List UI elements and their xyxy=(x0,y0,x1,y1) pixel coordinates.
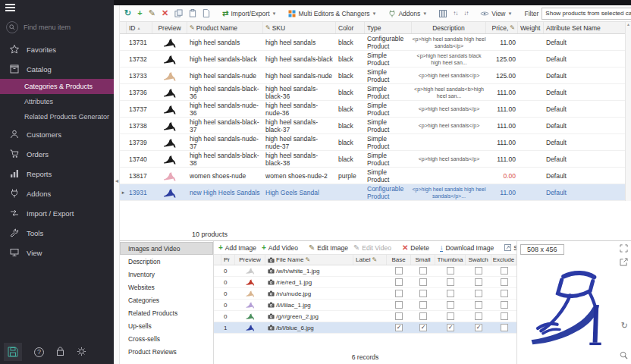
thumbnail-checkbox[interactable]: ✓ xyxy=(447,324,454,331)
column-header-color[interactable]: Color xyxy=(336,22,365,33)
swatch-checkbox[interactable] xyxy=(475,312,482,320)
column-header-id[interactable]: ID▲ xyxy=(127,22,152,33)
column-header-small[interactable]: Small xyxy=(411,255,435,265)
sidebar-item-orders[interactable]: Orders xyxy=(0,144,114,164)
filter-select[interactable]: Show products from selected categories ▼ xyxy=(542,8,631,20)
column-header-base[interactable]: Base xyxy=(387,255,411,265)
row-expander-icon[interactable]: ▸ xyxy=(122,190,125,196)
swatch-checkbox[interactable]: ✓ xyxy=(475,324,482,331)
addons-menu[interactable]: Addons▼ xyxy=(387,9,429,18)
sidebar-item-reports[interactable]: Reports xyxy=(0,164,114,184)
refresh-button[interactable]: ↻ xyxy=(123,8,133,18)
lock-button[interactable] xyxy=(56,347,64,358)
table-row[interactable]: 13732 high heel sandals-black high heel … xyxy=(120,51,631,67)
tab-categories[interactable]: Categories xyxy=(120,293,213,306)
sidebar-search[interactable]: Find menu item xyxy=(6,21,108,33)
column-header-label[interactable]: Label✎ xyxy=(353,255,387,265)
base-checkbox[interactable]: ✓ xyxy=(395,324,403,331)
column-header-file-name[interactable]: File Name✎ xyxy=(265,255,353,265)
column-header-sku[interactable]: ✎SKU xyxy=(263,22,336,33)
delete-product-button[interactable]: ✕ xyxy=(160,8,170,18)
tab-inventory[interactable]: Inventory xyxy=(120,268,213,281)
delete-image-button[interactable]: ✕Delete xyxy=(400,243,431,253)
list-item[interactable]: 0 /n/u/nude.jpg xyxy=(214,288,516,300)
rotate-icon[interactable]: ↻ xyxy=(621,321,628,331)
sidebar-item-favorites[interactable]: Favorites xyxy=(0,39,114,59)
small-checkbox[interactable]: ✓ xyxy=(419,324,427,331)
add-product-button[interactable]: + xyxy=(136,8,143,18)
base-checkbox[interactable] xyxy=(395,278,403,286)
column-header-weight[interactable]: Weight xyxy=(518,22,544,33)
exclude-checkbox[interactable] xyxy=(501,267,508,275)
sidebar-item-view[interactable]: View xyxy=(0,243,114,262)
sidebar-item-tools[interactable]: Tools xyxy=(0,223,114,243)
edit-image-button[interactable]: ✎Edit Image xyxy=(307,243,350,253)
fullscreen-icon[interactable] xyxy=(620,244,628,254)
paste-button[interactable] xyxy=(187,8,198,18)
view-menu[interactable]: View▼ xyxy=(479,9,513,18)
add-video-button[interactable]: +Add Video xyxy=(260,243,300,253)
set-resize-rule-button[interactable]: Set Resize Rule▼ xyxy=(503,243,517,253)
exclude-checkbox[interactable] xyxy=(501,312,508,320)
sidebar-item-categories-products[interactable]: Categories & Products xyxy=(0,79,114,94)
sidebar-item-import-export[interactable]: Import / Export xyxy=(0,203,114,223)
vertical-scrollbar[interactable]: ▲ xyxy=(625,22,631,201)
table-row[interactable]: 13733 high heel sandals-nude high heel s… xyxy=(120,67,631,84)
small-checkbox[interactable] xyxy=(419,312,427,320)
column-header-exclude[interactable]: Exclude xyxy=(491,255,516,265)
table-row[interactable]: ▸ 13931 new High Heels Sandals High Geel… xyxy=(120,184,631,201)
thumbnail-checkbox[interactable] xyxy=(447,267,454,275)
base-checkbox[interactable] xyxy=(395,312,403,320)
columns-button[interactable] xyxy=(438,9,448,18)
table-row[interactable]: 13737 high heel sandals-nude-36 high hee… xyxy=(120,101,631,118)
tab-related-products[interactable]: Related Products xyxy=(120,306,213,319)
swatch-checkbox[interactable] xyxy=(475,278,482,286)
sidebar-item-related-products-generator[interactable]: Related Products Generator xyxy=(0,109,114,124)
tab-cross-sells[interactable]: Cross-sells xyxy=(120,332,213,345)
copy-button[interactable] xyxy=(173,8,184,18)
list-item[interactable]: 0 /r/e/red_1.jpg xyxy=(214,277,516,288)
exclude-checkbox[interactable] xyxy=(501,324,508,331)
table-row[interactable]: 13739 high heel sandals-nude-37 high hee… xyxy=(120,134,631,151)
edit-product-button[interactable]: ✎ xyxy=(147,8,157,18)
thumbnail-checkbox[interactable] xyxy=(447,290,454,297)
column-header-attribute-set[interactable]: Attribute Set Name xyxy=(544,22,631,33)
sidebar-item-addons[interactable]: Addons xyxy=(0,184,114,203)
exclude-checkbox[interactable] xyxy=(501,301,508,309)
table-row[interactable]: 13817 women shoes-nude women shoes-nude-… xyxy=(120,168,631,184)
small-checkbox[interactable] xyxy=(419,301,427,309)
base-checkbox[interactable] xyxy=(395,290,403,297)
thumbnail-checkbox[interactable] xyxy=(447,278,454,286)
swatch-checkbox[interactable] xyxy=(475,301,482,309)
list-item[interactable]: 0 /w/h/white_1.jpg xyxy=(214,265,516,277)
tab-websites[interactable]: Websites xyxy=(120,281,213,293)
hamburger-menu-icon[interactable] xyxy=(5,4,15,13)
table-row[interactable]: 13736 high heel sandals-black-36 high he… xyxy=(120,84,631,101)
base-checkbox[interactable] xyxy=(395,267,403,275)
thumbnail-checkbox[interactable] xyxy=(447,301,454,309)
list-item[interactable]: 1 /b/l/blue_6.jpg ✓ ✓ ✓ ✓ xyxy=(214,322,516,334)
exclude-checkbox[interactable] xyxy=(501,290,508,297)
column-header-position[interactable]: Pr xyxy=(221,255,235,265)
sidebar-item-customers[interactable]: Customers xyxy=(0,124,114,144)
tab-product-reviews[interactable]: Product Reviews xyxy=(120,345,213,358)
help-button[interactable]: ? xyxy=(34,347,44,357)
column-header-swatch[interactable]: Swatch xyxy=(466,255,491,265)
save-button[interactable] xyxy=(4,343,22,361)
duplicate-button[interactable] xyxy=(201,8,212,18)
list-item[interactable]: 0 /l/i/lilac_1.jpg xyxy=(214,300,516,311)
table-row[interactable]: 13738 high heel sandals-black-37 high he… xyxy=(120,118,631,134)
add-image-button[interactable]: +Add Image xyxy=(217,243,258,253)
list-item[interactable]: 0 /g/r/green_2.jpg xyxy=(214,311,516,322)
column-header-preview[interactable]: Preview xyxy=(235,255,265,265)
column-header-description[interactable]: Description xyxy=(412,22,486,33)
small-checkbox[interactable] xyxy=(419,290,427,297)
base-checkbox[interactable] xyxy=(395,301,403,309)
sort-desc-button[interactable]: ↓↑ xyxy=(462,9,469,17)
thumbnail-checkbox[interactable] xyxy=(447,312,454,320)
swatch-checkbox[interactable] xyxy=(475,290,482,297)
table-row[interactable]: 13731 high heel sandals high heel sandal… xyxy=(120,34,631,51)
edit-video-button[interactable]: ✎Edit Video xyxy=(352,243,393,253)
sort-asc-button[interactable]: ↑↓ xyxy=(451,9,459,17)
small-checkbox[interactable] xyxy=(419,267,427,275)
